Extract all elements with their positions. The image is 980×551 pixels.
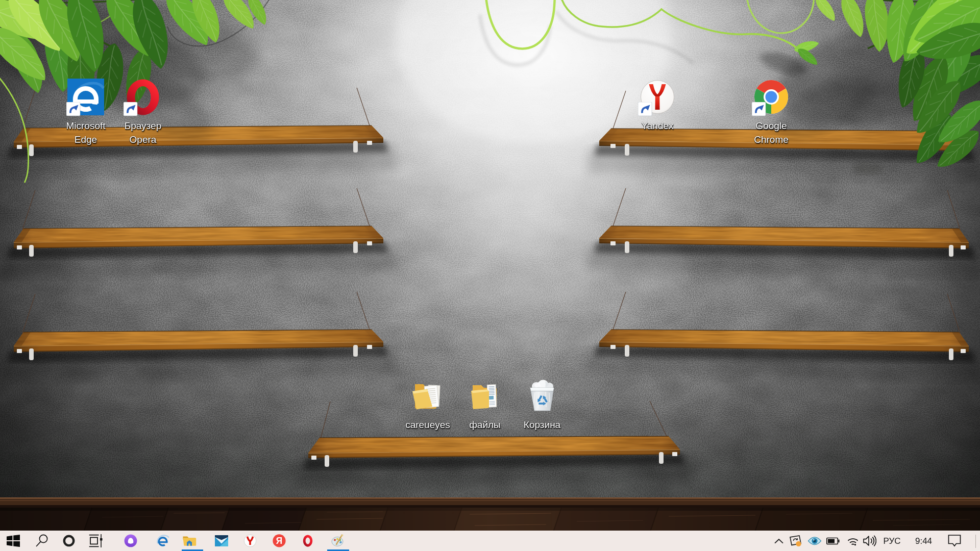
svg-text:R: R <box>276 536 282 546</box>
